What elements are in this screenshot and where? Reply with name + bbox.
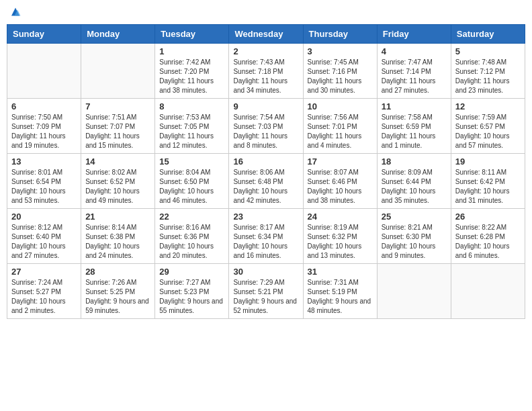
day-detail: Sunrise: 8:12 AM Sunset: 6:40 PM Dayligh… <box>11 223 77 261</box>
calendar-week-row: 1Sunrise: 7:42 AM Sunset: 7:20 PM Daylig… <box>7 44 525 99</box>
day-number: 19 <box>455 156 521 167</box>
calendar-cell: 15Sunrise: 8:04 AM Sunset: 6:50 PM Dayli… <box>155 154 229 209</box>
day-detail: Sunrise: 7:50 AM Sunset: 7:09 PM Dayligh… <box>11 113 77 150</box>
day-detail: Sunrise: 7:59 AM Sunset: 6:57 PM Dayligh… <box>455 113 521 150</box>
day-number: 17 <box>308 156 373 167</box>
day-detail: Sunrise: 8:09 AM Sunset: 6:44 PM Dayligh… <box>382 168 447 205</box>
day-number: 7 <box>85 101 150 111</box>
calendar-cell: 10Sunrise: 7:56 AM Sunset: 7:01 PM Dayli… <box>303 99 377 154</box>
calendar-cell: 26Sunrise: 8:22 AM Sunset: 6:28 PM Dayli… <box>451 209 525 264</box>
day-number: 26 <box>455 212 521 222</box>
day-number: 15 <box>159 156 224 167</box>
day-number: 24 <box>308 212 373 222</box>
day-number: 29 <box>159 267 224 277</box>
calendar-cell: 18Sunrise: 8:09 AM Sunset: 6:44 PM Dayli… <box>377 154 451 209</box>
day-number: 31 <box>308 267 373 277</box>
calendar-cell: 8Sunrise: 7:53 AM Sunset: 7:05 PM Daylig… <box>155 99 229 154</box>
day-number: 28 <box>85 267 150 277</box>
day-number: 16 <box>233 156 298 167</box>
day-detail: Sunrise: 8:11 AM Sunset: 6:42 PM Dayligh… <box>455 168 521 205</box>
day-number: 21 <box>85 212 150 222</box>
calendar-cell: 4Sunrise: 7:47 AM Sunset: 7:14 PM Daylig… <box>377 44 451 99</box>
day-number: 22 <box>159 212 224 222</box>
calendar-cell: 27Sunrise: 7:24 AM Sunset: 5:27 PM Dayli… <box>7 264 81 319</box>
weekday-header-sunday: Sunday <box>7 25 81 44</box>
calendar-week-row: 20Sunrise: 8:12 AM Sunset: 6:40 PM Dayli… <box>7 209 525 264</box>
weekday-header-thursday: Thursday <box>303 25 377 44</box>
calendar-cell: 20Sunrise: 8:12 AM Sunset: 6:40 PM Dayli… <box>7 209 81 264</box>
day-number: 25 <box>382 212 447 222</box>
calendar-cell: 1Sunrise: 7:42 AM Sunset: 7:20 PM Daylig… <box>155 44 229 99</box>
calendar-cell: 21Sunrise: 8:14 AM Sunset: 6:38 PM Dayli… <box>81 209 155 264</box>
day-number: 10 <box>308 101 373 111</box>
calendar-cell: 6Sunrise: 7:50 AM Sunset: 7:09 PM Daylig… <box>7 99 81 154</box>
calendar-cell <box>7 44 81 99</box>
day-detail: Sunrise: 7:29 AM Sunset: 5:21 PM Dayligh… <box>233 278 298 316</box>
day-detail: Sunrise: 7:58 AM Sunset: 6:59 PM Dayligh… <box>382 113 447 150</box>
day-detail: Sunrise: 8:19 AM Sunset: 6:32 PM Dayligh… <box>308 223 373 261</box>
day-number: 5 <box>455 46 521 56</box>
day-detail: Sunrise: 7:45 AM Sunset: 7:16 PM Dayligh… <box>308 58 373 95</box>
weekday-header-saturday: Saturday <box>451 25 525 44</box>
weekday-header-tuesday: Tuesday <box>155 25 229 44</box>
calendar-cell: 11Sunrise: 7:58 AM Sunset: 6:59 PM Dayli… <box>377 99 451 154</box>
weekday-header-friday: Friday <box>377 25 451 44</box>
calendar-cell: 7Sunrise: 7:51 AM Sunset: 7:07 PM Daylig… <box>81 99 155 154</box>
calendar-week-row: 27Sunrise: 7:24 AM Sunset: 5:27 PM Dayli… <box>7 264 525 319</box>
day-detail: Sunrise: 7:54 AM Sunset: 7:03 PM Dayligh… <box>233 113 298 150</box>
calendar-cell: 17Sunrise: 8:07 AM Sunset: 6:46 PM Dayli… <box>303 154 377 209</box>
day-detail: Sunrise: 8:22 AM Sunset: 6:28 PM Dayligh… <box>455 223 521 261</box>
day-detail: Sunrise: 7:53 AM Sunset: 7:05 PM Dayligh… <box>159 113 224 150</box>
day-detail: Sunrise: 7:24 AM Sunset: 5:27 PM Dayligh… <box>11 278 77 316</box>
calendar-cell: 16Sunrise: 8:06 AM Sunset: 6:48 PM Dayli… <box>229 154 303 209</box>
weekday-header-monday: Monday <box>81 25 155 44</box>
day-number: 8 <box>159 101 224 111</box>
calendar-cell: 28Sunrise: 7:26 AM Sunset: 5:25 PM Dayli… <box>81 264 155 319</box>
calendar-cell: 25Sunrise: 8:21 AM Sunset: 6:30 PM Dayli… <box>377 209 451 264</box>
calendar-cell: 9Sunrise: 7:54 AM Sunset: 7:03 PM Daylig… <box>229 99 303 154</box>
day-number: 4 <box>382 46 447 56</box>
day-number: 27 <box>11 267 77 277</box>
day-number: 11 <box>382 101 447 111</box>
day-number: 14 <box>85 156 150 167</box>
day-detail: Sunrise: 8:02 AM Sunset: 6:52 PM Dayligh… <box>85 168 150 205</box>
day-detail: Sunrise: 8:14 AM Sunset: 6:38 PM Dayligh… <box>85 223 150 261</box>
day-detail: Sunrise: 8:16 AM Sunset: 6:36 PM Dayligh… <box>159 223 224 261</box>
day-detail: Sunrise: 8:04 AM Sunset: 6:50 PM Dayligh… <box>159 168 224 205</box>
day-number: 3 <box>308 46 373 56</box>
calendar-cell: 3Sunrise: 7:45 AM Sunset: 7:16 PM Daylig… <box>303 44 377 99</box>
day-number: 12 <box>455 101 521 111</box>
day-detail: Sunrise: 7:42 AM Sunset: 7:20 PM Dayligh… <box>159 58 224 95</box>
day-detail: Sunrise: 7:48 AM Sunset: 7:12 PM Dayligh… <box>455 58 521 95</box>
logo-icon <box>9 7 21 19</box>
calendar-cell: 31Sunrise: 7:31 AM Sunset: 5:19 PM Dayli… <box>303 264 377 319</box>
day-number: 13 <box>11 156 77 167</box>
day-detail: Sunrise: 7:27 AM Sunset: 5:23 PM Dayligh… <box>159 278 224 316</box>
calendar-week-row: 13Sunrise: 8:01 AM Sunset: 6:54 PM Dayli… <box>7 154 525 209</box>
calendar-cell: 30Sunrise: 7:29 AM Sunset: 5:21 PM Dayli… <box>229 264 303 319</box>
calendar-table: SundayMondayTuesdayWednesdayThursdayFrid… <box>7 24 525 319</box>
logo <box>9 7 23 19</box>
day-detail: Sunrise: 8:01 AM Sunset: 6:54 PM Dayligh… <box>11 168 77 205</box>
calendar-cell: 5Sunrise: 7:48 AM Sunset: 7:12 PM Daylig… <box>451 44 525 99</box>
day-detail: Sunrise: 7:47 AM Sunset: 7:14 PM Dayligh… <box>382 58 447 95</box>
page-header <box>7 7 525 19</box>
calendar-cell: 23Sunrise: 8:17 AM Sunset: 6:34 PM Dayli… <box>229 209 303 264</box>
calendar-week-row: 6Sunrise: 7:50 AM Sunset: 7:09 PM Daylig… <box>7 99 525 154</box>
calendar-cell: 13Sunrise: 8:01 AM Sunset: 6:54 PM Dayli… <box>7 154 81 209</box>
day-detail: Sunrise: 7:43 AM Sunset: 7:18 PM Dayligh… <box>233 58 298 95</box>
day-detail: Sunrise: 7:31 AM Sunset: 5:19 PM Dayligh… <box>308 278 373 316</box>
calendar-cell: 24Sunrise: 8:19 AM Sunset: 6:32 PM Dayli… <box>303 209 377 264</box>
day-detail: Sunrise: 8:07 AM Sunset: 6:46 PM Dayligh… <box>308 168 373 205</box>
day-detail: Sunrise: 8:17 AM Sunset: 6:34 PM Dayligh… <box>233 223 298 261</box>
day-number: 6 <box>11 101 77 111</box>
day-number: 1 <box>159 46 224 56</box>
calendar-cell: 12Sunrise: 7:59 AM Sunset: 6:57 PM Dayli… <box>451 99 525 154</box>
day-number: 30 <box>233 267 298 277</box>
calendar-cell: 22Sunrise: 8:16 AM Sunset: 6:36 PM Dayli… <box>155 209 229 264</box>
calendar-cell <box>377 264 451 319</box>
calendar-cell: 2Sunrise: 7:43 AM Sunset: 7:18 PM Daylig… <box>229 44 303 99</box>
calendar-cell: 19Sunrise: 8:11 AM Sunset: 6:42 PM Dayli… <box>451 154 525 209</box>
weekday-header-wednesday: Wednesday <box>229 25 303 44</box>
day-number: 20 <box>11 212 77 222</box>
